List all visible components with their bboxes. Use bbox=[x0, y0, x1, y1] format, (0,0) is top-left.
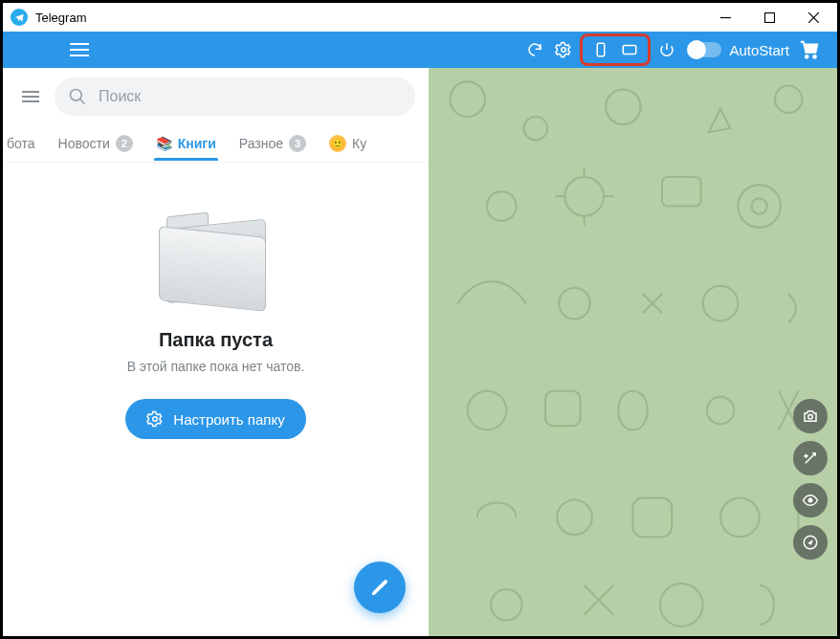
svg-point-18 bbox=[752, 198, 767, 213]
svg-line-10 bbox=[80, 99, 85, 104]
svg-point-7 bbox=[806, 55, 808, 58]
main-menu-button[interactable] bbox=[64, 34, 95, 65]
landscape-layout-icon[interactable] bbox=[618, 38, 641, 61]
empty-title: Папка пуста bbox=[159, 329, 273, 351]
tab-misc[interactable]: Разное 3 bbox=[228, 127, 318, 162]
power-icon[interactable] bbox=[655, 38, 678, 61]
svg-point-8 bbox=[813, 55, 816, 58]
side-action-bar bbox=[793, 399, 828, 560]
svg-point-9 bbox=[71, 90, 82, 101]
minimize-button[interactable] bbox=[703, 3, 747, 32]
autostart-toggle[interactable] bbox=[689, 42, 721, 57]
svg-point-30 bbox=[808, 498, 813, 503]
svg-point-26 bbox=[720, 498, 760, 538]
svg-point-15 bbox=[564, 177, 604, 216]
window-controls bbox=[703, 3, 835, 32]
layout-toggle-highlight bbox=[580, 33, 651, 66]
svg-point-17 bbox=[738, 185, 781, 228]
svg-point-14 bbox=[775, 85, 802, 112]
maximize-button[interactable] bbox=[747, 3, 791, 32]
books-icon: 📚 bbox=[156, 136, 172, 151]
svg-rect-25 bbox=[633, 498, 673, 538]
svg-point-27 bbox=[491, 589, 522, 621]
refresh-icon[interactable] bbox=[523, 38, 546, 61]
svg-point-21 bbox=[468, 391, 507, 430]
title-bar: Telegram bbox=[3, 3, 837, 32]
configure-folder-label: Настроить папку bbox=[173, 411, 284, 428]
tab-label: Книги bbox=[178, 136, 216, 151]
telegram-logo-icon bbox=[11, 9, 28, 26]
window-title: Telegram bbox=[35, 11, 86, 25]
svg-rect-1 bbox=[764, 12, 774, 22]
tab-books[interactable]: 📚 Книги bbox=[144, 128, 228, 161]
close-button[interactable] bbox=[791, 3, 835, 32]
tab-news[interactable]: Новости 2 bbox=[47, 127, 144, 162]
search-icon bbox=[68, 87, 87, 106]
secondary-menu-button[interactable] bbox=[16, 82, 45, 111]
portrait-layout-icon[interactable] bbox=[589, 38, 612, 61]
svg-point-12 bbox=[450, 81, 485, 117]
avatar: 🙂 bbox=[329, 135, 346, 152]
svg-rect-6 bbox=[624, 46, 637, 55]
tab-label: бота bbox=[7, 136, 35, 151]
autostart-label: AutoStart bbox=[729, 42, 789, 58]
magic-icon[interactable] bbox=[793, 441, 828, 475]
pencil-icon bbox=[369, 577, 390, 598]
camera-icon[interactable] bbox=[793, 399, 828, 433]
eye-icon[interactable] bbox=[793, 483, 828, 518]
new-chat-fab[interactable] bbox=[354, 562, 406, 613]
doodle-pattern bbox=[429, 68, 837, 636]
svg-point-24 bbox=[557, 500, 592, 536]
svg-point-23 bbox=[707, 397, 734, 424]
chat-background bbox=[429, 68, 837, 636]
svg-point-29 bbox=[808, 415, 813, 420]
cart-icon[interactable] bbox=[798, 38, 821, 61]
svg-point-19 bbox=[559, 288, 590, 320]
tab-bota[interactable]: бота bbox=[3, 128, 47, 161]
settings-gear-icon[interactable] bbox=[552, 38, 575, 61]
folder-open-icon bbox=[159, 210, 274, 306]
tab-badge: 3 bbox=[289, 135, 306, 152]
tab-label: Ку bbox=[352, 136, 366, 151]
svg-rect-5 bbox=[598, 43, 606, 56]
tab-badge: 2 bbox=[116, 135, 133, 152]
svg-point-13 bbox=[524, 117, 547, 140]
gear-icon bbox=[146, 410, 164, 428]
search-input[interactable]: Поиск bbox=[55, 77, 415, 116]
chats-pane: Поиск бота Новости 2 📚 Книги Разное 3 🙂 … bbox=[3, 68, 429, 636]
tab-label: Разное bbox=[239, 136, 283, 151]
app-toolbar: AutoStart bbox=[3, 32, 837, 68]
tab-label: Новости bbox=[58, 136, 110, 151]
svg-point-4 bbox=[562, 48, 566, 53]
svg-rect-16 bbox=[662, 177, 701, 207]
svg-point-20 bbox=[703, 286, 739, 321]
search-placeholder: Поиск bbox=[99, 88, 141, 105]
empty-subtitle: В этой папке пока нет чатов. bbox=[127, 359, 305, 374]
compass-icon[interactable] bbox=[793, 525, 828, 560]
configure-folder-button[interactable]: Настроить папку bbox=[125, 399, 305, 439]
svg-point-28 bbox=[660, 584, 703, 627]
tab-ku[interactable]: 🙂 Ку bbox=[318, 127, 370, 162]
folder-tabs: бота Новости 2 📚 Книги Разное 3 🙂 Ку bbox=[3, 123, 429, 163]
svg-rect-22 bbox=[545, 391, 581, 427]
svg-point-11 bbox=[153, 417, 158, 422]
